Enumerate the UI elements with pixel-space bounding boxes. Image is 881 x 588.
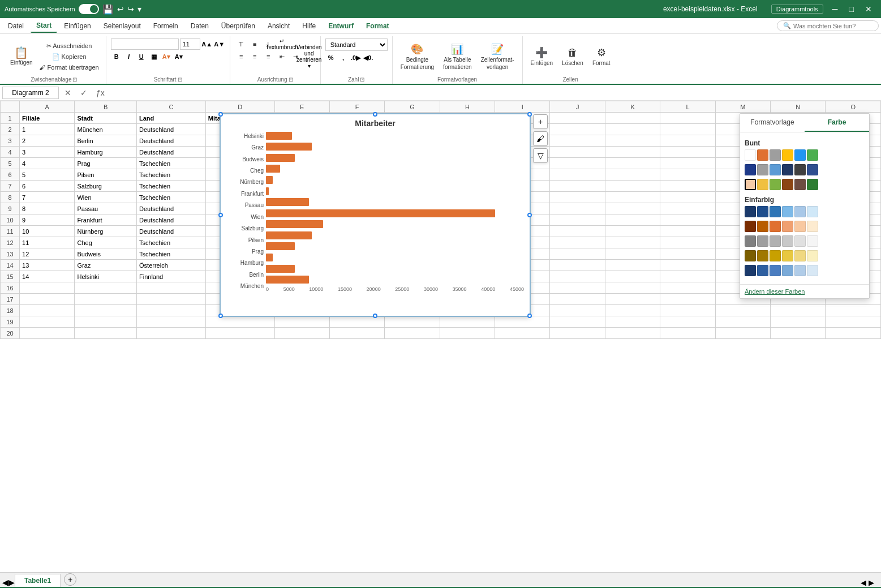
color-swatch[interactable]	[782, 250, 793, 261]
col-header-e[interactable]: E	[274, 101, 329, 113]
cell-19-1[interactable]	[75, 316, 137, 328]
menu-datei[interactable]: Datei	[2, 20, 29, 32]
cell-20-5[interactable]	[329, 328, 384, 339]
cell-16-9[interactable]	[550, 282, 605, 294]
cell-6-1[interactable]: Pilsen	[75, 169, 137, 181]
menu-einfuegen[interactable]: Einfügen	[58, 20, 96, 32]
chart-style-button[interactable]: 🖌	[533, 131, 548, 146]
cell-11-2[interactable]: Deutschland	[137, 226, 206, 237]
chart-filter-button[interactable]: ▽	[533, 148, 548, 163]
align-center-button[interactable]: ≡	[248, 51, 261, 62]
col-header-h[interactable]: H	[440, 101, 495, 113]
cell-19-0[interactable]	[20, 316, 75, 328]
cell-18-11[interactable]	[660, 305, 715, 316]
comma-button[interactable]: ,	[338, 52, 349, 63]
color-swatch[interactable]	[757, 206, 768, 217]
cell-20-9[interactable]	[550, 328, 605, 339]
cell-13-0[interactable]: 12	[20, 248, 75, 260]
cell-18-2[interactable]	[137, 305, 206, 316]
col-header-a[interactable]: A	[20, 101, 75, 113]
align-top-button[interactable]: ⊤	[235, 38, 247, 50]
menu-daten[interactable]: Daten	[185, 20, 214, 32]
cell-13-11[interactable]	[660, 248, 715, 260]
cell-13-1[interactable]: Budweis	[75, 248, 137, 260]
autosave-toggle[interactable]	[79, 4, 99, 14]
number-format-dropdown[interactable]: Standard Zahl Währung	[325, 38, 388, 51]
cell-19-9[interactable]	[550, 316, 605, 328]
menu-entwurf[interactable]: Entwurf	[323, 20, 359, 32]
cell-2-9[interactable]	[550, 124, 605, 135]
cell-17-11[interactable]	[660, 294, 715, 305]
cell-16-11[interactable]	[660, 282, 715, 294]
menu-ueberpruefen[interactable]: Überprüfen	[216, 20, 261, 32]
cell-17-9[interactable]	[550, 294, 605, 305]
cell-4-0[interactable]: 3	[20, 147, 75, 158]
decrease-decimal-button[interactable]: ◀0.	[363, 52, 374, 63]
cell-12-10[interactable]	[605, 237, 660, 248]
more-icon[interactable]: ▾	[137, 5, 141, 14]
cell-5-11[interactable]	[660, 158, 715, 169]
maximize-button[interactable]: □	[845, 5, 858, 14]
cell-2-10[interactable]	[605, 124, 660, 135]
insert-function-button[interactable]: ƒx	[93, 87, 108, 98]
confirm-formula-button[interactable]: ✓	[77, 87, 91, 98]
sheet-scroll-left[interactable]: ◀	[861, 578, 866, 587]
color-swatch[interactable]	[782, 149, 793, 161]
chart-area[interactable]: Mitarbeiter HelsinkiGrazBudweisChegNürnb…	[220, 113, 531, 317]
color-swatch[interactable]	[807, 149, 818, 161]
add-element-button[interactable]: +	[533, 114, 548, 129]
cell-9-10[interactable]	[605, 203, 660, 214]
color-swatch[interactable]	[807, 164, 818, 175]
color-swatch[interactable]	[745, 206, 756, 217]
cell-17-0[interactable]	[20, 294, 75, 305]
color-swatch[interactable]	[770, 221, 781, 232]
cell-1-2[interactable]: Land	[137, 113, 206, 124]
cell-20-6[interactable]	[385, 328, 440, 339]
cell-5-0[interactable]: 4	[20, 158, 75, 169]
chart-handle-br[interactable]	[527, 314, 532, 318]
cell-18-10[interactable]	[605, 305, 660, 316]
color-swatch[interactable]	[794, 250, 806, 261]
cell-5-2[interactable]: Tschechien	[137, 158, 206, 169]
cell-3-10[interactable]	[605, 135, 660, 147]
col-header-l[interactable]: L	[660, 101, 715, 113]
menu-ansicht[interactable]: Ansicht	[262, 20, 295, 32]
save-icon[interactable]: 💾	[102, 4, 114, 15]
font-color-button[interactable]: A▾	[173, 51, 184, 62]
cell-5-1[interactable]: Prag	[75, 158, 137, 169]
cell-2-0[interactable]: 1	[20, 124, 75, 135]
cell-20-14[interactable]	[826, 328, 881, 339]
cell-7-1[interactable]: Salzburg	[75, 181, 137, 192]
cell-7-10[interactable]	[605, 181, 660, 192]
minimize-button[interactable]: ─	[828, 5, 843, 14]
color-swatch[interactable]	[782, 206, 793, 217]
cell-13-2[interactable]: Tschechien	[137, 248, 206, 260]
cut-button[interactable]: ✂ Ausschneiden	[37, 41, 101, 51]
col-header-f[interactable]: F	[329, 101, 384, 113]
cell-10-10[interactable]	[605, 214, 660, 226]
cell-19-4[interactable]	[274, 316, 329, 328]
tab-formatvorlage[interactable]: Formatvorlage	[740, 114, 805, 132]
copy-button[interactable]: 📄 Kopieren	[37, 52, 101, 62]
search-box[interactable]: 🔍 Was möchten Sie tun?	[777, 20, 879, 31]
cell-15-10[interactable]	[605, 271, 660, 282]
bold-button[interactable]: B	[111, 51, 122, 62]
cell-19-3[interactable]	[205, 316, 274, 328]
cell-10-2[interactable]: Deutschland	[137, 214, 206, 226]
cell-7-2[interactable]: Tschechien	[137, 181, 206, 192]
paste-button[interactable]: 📋 Einfügen	[7, 45, 36, 68]
increase-font-button[interactable]: A▲	[201, 38, 213, 50]
align-middle-button[interactable]: ≡	[248, 38, 261, 50]
cell-2-11[interactable]	[660, 124, 715, 135]
cell-4-11[interactable]	[660, 147, 715, 158]
table-row[interactable]: 19	[1, 316, 881, 328]
cell-18-13[interactable]	[771, 305, 826, 316]
conditional-format-button[interactable]: 🎨 Bedingte Formatierung	[397, 41, 437, 72]
menu-formeln[interactable]: Formeln	[148, 20, 184, 32]
cell-15-11[interactable]	[660, 271, 715, 282]
cell-8-0[interactable]: 7	[20, 192, 75, 203]
cell-20-1[interactable]	[75, 328, 137, 339]
cell-7-9[interactable]	[550, 181, 605, 192]
cell-20-2[interactable]	[137, 328, 206, 339]
cell-17-2[interactable]	[137, 294, 206, 305]
